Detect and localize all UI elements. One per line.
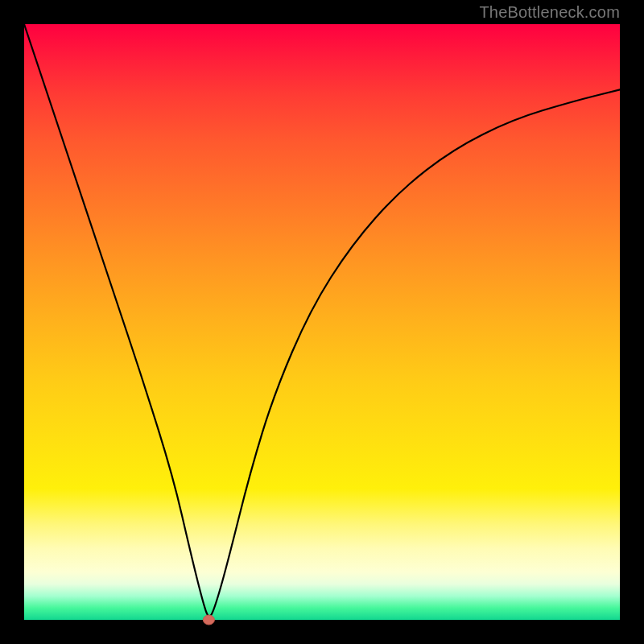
plot-area: [24, 24, 620, 620]
watermark-text: TheBottleneck.com: [479, 3, 620, 22]
curve-svg: [24, 24, 620, 620]
chart-frame: TheBottleneck.com: [0, 0, 644, 644]
minimum-dot: [203, 615, 214, 625]
bottleneck-curve: [24, 24, 620, 617]
